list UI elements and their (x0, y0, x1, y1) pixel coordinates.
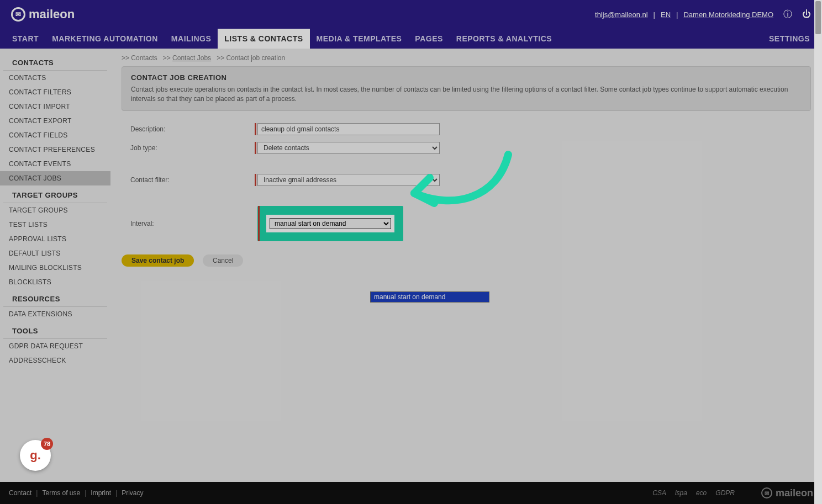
nav-lists-contacts[interactable]: LISTS & CONTACTS (218, 29, 309, 49)
crumb-contact-jobs[interactable]: Contact Jobs (172, 54, 211, 62)
sidebar-heading-contacts: CONTACTS (3, 53, 107, 71)
footer-contact-link[interactable]: Contact (9, 489, 31, 497)
footer: Contact| Terms of use| Imprint| Privacy … (0, 482, 822, 504)
nav-pages[interactable]: PAGES (408, 29, 449, 49)
crumb-contacts[interactable]: Contacts (131, 54, 157, 62)
page-header-box: CONTACT JOB CREATION Contact jobs execut… (122, 66, 811, 111)
cert-ispa: ispa (675, 489, 687, 497)
nav-start[interactable]: START (6, 29, 45, 49)
interval-option-manual[interactable]: manual start on demand (371, 292, 489, 302)
vertical-scrollbar[interactable] (814, 0, 822, 504)
label-interval: Interval: (130, 220, 257, 227)
nav-mailings[interactable]: MAILINGS (165, 29, 218, 49)
sidebar-item-data-extensions[interactable]: DATA EXTENSIONS (0, 307, 110, 321)
sidebar-item-mailing-blocklists[interactable]: MAILING BLOCKLISTS (0, 261, 110, 275)
required-indicator-icon (255, 142, 256, 154)
info-icon[interactable]: ⓘ (783, 9, 792, 20)
main-nav: START MARKETING AUTOMATION MAILINGS LIST… (0, 29, 822, 49)
help-widget-badge: 78 (41, 438, 53, 450)
crumb-contact-job-creation: Contact job creation (226, 54, 285, 62)
job-type-select[interactable]: Delete contacts (257, 142, 440, 154)
page-title: CONTACT JOB CREATION (131, 73, 802, 82)
label-contact-filter: Contact filter: (130, 176, 257, 184)
nav-reports-analytics[interactable]: REPORTS & ANALYTICS (450, 29, 558, 49)
required-indicator-icon (255, 174, 256, 186)
cert-csa: CSA (652, 489, 666, 497)
nav-media-templates[interactable]: MEDIA & TEMPLATES (310, 29, 409, 49)
sidebar-item-contact-export[interactable]: CONTACT EXPORT (0, 114, 110, 128)
required-indicator-icon (258, 206, 260, 241)
nav-marketing-automation[interactable]: MARKETING AUTOMATION (45, 29, 165, 49)
page-description: Contact jobs execute operations on conta… (131, 85, 802, 104)
footer-privacy-link[interactable]: Privacy (122, 489, 143, 497)
sidebar-item-target-groups[interactable]: TARGET GROUPS (0, 203, 110, 217)
sidebar-item-default-lists[interactable]: DEFAULT LISTS (0, 246, 110, 261)
breadcrumb: >> Contacts >> Contact Jobs >> Contact j… (122, 54, 811, 62)
label-description: Description: (130, 125, 257, 133)
sidebar-item-contact-preferences[interactable]: CONTACT PREFERENCES (0, 142, 110, 157)
brand-logo: ✉ maileon (11, 7, 75, 22)
user-email-link[interactable]: thijs@maileon.nl (595, 10, 648, 19)
description-input[interactable] (257, 123, 440, 135)
interval-select[interactable]: manual start on demand (270, 218, 391, 229)
contact-filter-select[interactable]: Inactive gmail addresses (257, 174, 440, 186)
help-widget-button[interactable]: g. 78 (20, 440, 51, 471)
sidebar-item-contacts[interactable]: CONTACTS (0, 71, 110, 85)
label-job-type: Job type: (130, 144, 257, 152)
footer-terms-link[interactable]: Terms of use (42, 489, 80, 497)
sidebar-item-approval-lists[interactable]: APPROVAL LISTS (0, 232, 110, 246)
brand-name: maileon (29, 7, 75, 22)
language-link[interactable]: EN (661, 10, 671, 19)
nav-settings[interactable]: SETTINGS (762, 29, 816, 49)
cert-eco: eco (696, 489, 707, 497)
footer-imprint-link[interactable]: Imprint (91, 489, 111, 497)
footer-brand-logo: ✉ maileon (761, 487, 813, 499)
sidebar: CONTACTS CONTACTS CONTACT FILTERS CONTAC… (0, 49, 110, 482)
interval-highlight: manual start on demand (257, 206, 403, 241)
cert-gdpr: GDPR (715, 489, 735, 497)
scrollbar-thumb[interactable] (815, 1, 821, 34)
sidebar-item-test-lists[interactable]: TEST LISTS (0, 217, 110, 232)
cancel-button[interactable]: Cancel (203, 254, 243, 267)
sidebar-heading-resources: RESOURCES (3, 289, 107, 307)
save-contact-job-button[interactable]: Save contact job (122, 254, 194, 267)
sidebar-item-gdpr-data-request[interactable]: GDPR DATA REQUEST (0, 339, 110, 353)
top-bar: ✉ maileon thijs@maileon.nl | EN | Damen … (0, 0, 822, 29)
sidebar-item-contact-filters[interactable]: CONTACT FILTERS (0, 85, 110, 99)
sidebar-heading-tools: TOOLS (3, 321, 107, 339)
account-link[interactable]: Damen Motorkleding DEMO (683, 10, 773, 19)
help-widget-glyph: g. (30, 448, 41, 463)
required-indicator-icon (255, 123, 256, 135)
sidebar-item-contact-events[interactable]: CONTACT EVENTS (0, 157, 110, 171)
brand-logo-icon: ✉ (11, 7, 25, 22)
sidebar-heading-target-groups: TARGET GROUPS (3, 185, 107, 203)
sidebar-item-contact-jobs[interactable]: CONTACT JOBS (0, 171, 110, 185)
power-icon[interactable]: ⏻ (802, 9, 811, 19)
sidebar-item-blocklists[interactable]: BLOCKLISTS (0, 275, 110, 289)
sidebar-item-contact-fields[interactable]: CONTACT FIELDS (0, 128, 110, 142)
main-content: >> Contacts >> Contact Jobs >> Contact j… (110, 49, 822, 482)
sidebar-item-contact-import[interactable]: CONTACT IMPORT (0, 99, 110, 114)
footer-brand-icon: ✉ (761, 487, 772, 498)
interval-dropdown-list[interactable]: manual start on demand (370, 291, 489, 303)
sidebar-item-addresscheck[interactable]: ADDRESSCHECK (0, 353, 110, 368)
